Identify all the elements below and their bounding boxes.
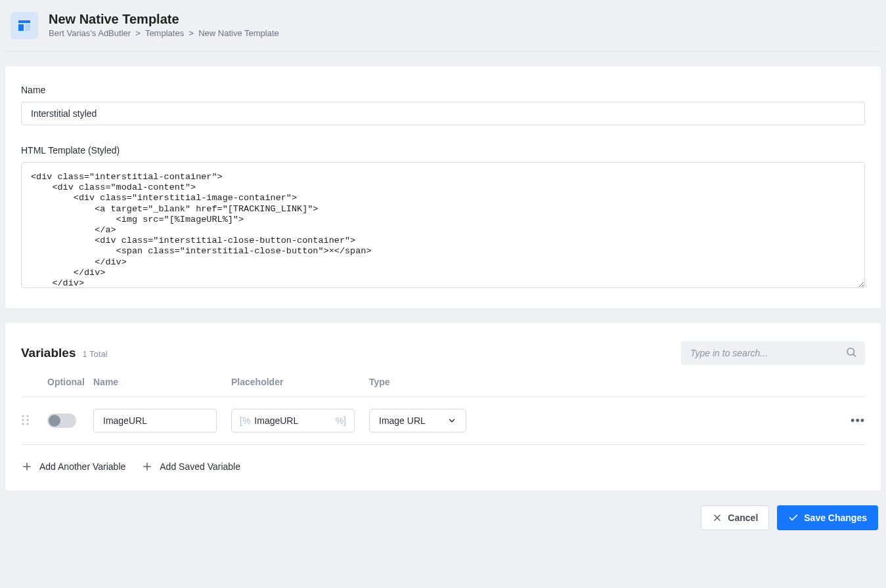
drag-handle-icon[interactable] [21,414,30,426]
page-header: New Native Template Bert Varias's AdButl… [5,5,881,52]
placeholder-suffix: %] [336,415,346,426]
svg-point-10 [26,423,28,425]
cancel-label: Cancel [728,513,758,523]
template-form-card: Name HTML Template (Styled) <div class="… [5,66,881,308]
variables-card: Variables 1 Total Optional Name Placehol… [5,323,881,491]
html-template-label: HTML Template (Styled) [21,145,865,156]
search-icon [845,346,857,360]
save-label: Save Changes [804,513,867,523]
close-icon [712,513,722,523]
cancel-button[interactable]: Cancel [701,505,769,530]
svg-line-4 [853,354,856,357]
variable-name-input[interactable] [93,409,217,432]
svg-rect-1 [18,24,24,31]
svg-point-8 [26,419,28,421]
col-name: Name [93,377,231,387]
variable-placeholder-input[interactable] [250,410,335,432]
svg-rect-0 [18,20,30,23]
optional-toggle[interactable] [47,413,76,428]
add-saved-variable[interactable]: Add Saved Variable [141,461,240,472]
col-placeholder: Placeholder [231,377,369,387]
breadcrumb-current: New Native Template [198,28,279,38]
breadcrumb-templates[interactable]: Templates [145,28,184,38]
add-another-variable[interactable]: Add Another Variable [21,461,125,472]
row-menu-icon[interactable]: ••• [851,414,865,427]
save-button[interactable]: Save Changes [777,505,878,530]
variable-type-value: Image URL [379,415,426,426]
page-title: New Native Template [49,12,279,27]
variable-row: [% %] Image URL ••• [21,397,865,445]
name-label: Name [21,85,865,95]
plus-icon [141,461,153,472]
variables-search-input[interactable] [681,341,865,365]
add-saved-label: Add Saved Variable [160,461,240,472]
variables-table-header: Optional Name Placeholder Type [21,377,865,397]
col-type: Type [369,377,474,387]
chevron-down-icon [447,416,456,425]
svg-point-9 [22,423,24,425]
svg-point-6 [26,415,28,417]
breadcrumb-root[interactable]: Bert Varias's AdButler [49,28,131,38]
variables-title: Variables [21,346,76,360]
placeholder-prefix: [% [240,415,250,426]
svg-point-7 [22,419,24,421]
variable-type-select[interactable]: Image URL [369,409,466,432]
svg-point-5 [22,415,24,417]
check-icon [788,513,799,523]
variable-placeholder-wrap: [% %] [231,409,355,432]
breadcrumb: Bert Varias's AdButler > Templates > New… [49,28,279,38]
template-icon [11,12,38,39]
name-input[interactable] [21,102,865,125]
add-another-label: Add Another Variable [39,461,125,472]
html-template-textarea[interactable]: <div class="interstitial-container"> <di… [21,162,865,288]
svg-rect-2 [25,24,30,31]
col-optional: Optional [47,377,93,387]
plus-icon [21,461,33,472]
variables-count: 1 Total [82,349,107,359]
